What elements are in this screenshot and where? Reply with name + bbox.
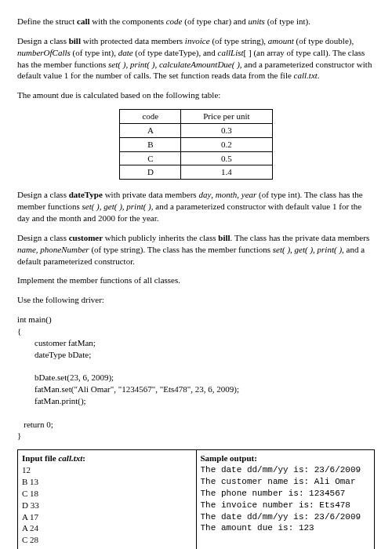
text: . bbox=[318, 71, 320, 80]
kw-customer: customer bbox=[69, 233, 103, 242]
kw-print: print( ) bbox=[130, 60, 154, 69]
table-row: A 0.3 bbox=[120, 123, 272, 137]
cell-output: Sample output: The date dd/mm/yy is: 23/… bbox=[196, 450, 375, 549]
para-table-intro: The amount due is calculated based on th… bbox=[17, 89, 375, 101]
table-row: code Price per unit bbox=[120, 110, 272, 124]
text: Define the struct bbox=[17, 16, 77, 26]
input-body: 12 B 13 C 18 D 33 A 17 A 24 C 28 B 6 D 1… bbox=[22, 464, 192, 549]
kw-get: get( ) bbox=[295, 245, 314, 254]
para-struct: Define the struct call with the componen… bbox=[17, 16, 375, 27]
kw-phonenumber: phoneNumber bbox=[40, 245, 89, 254]
cell-price: 0.5 bbox=[181, 151, 272, 165]
text: (of type char) and bbox=[182, 16, 248, 26]
kw-get: get( ) bbox=[103, 202, 122, 211]
cell-code: D bbox=[120, 165, 181, 180]
text: with the components bbox=[90, 16, 166, 26]
output-head: Sample output: bbox=[201, 453, 371, 464]
kw-call: call bbox=[77, 16, 90, 26]
text: (of type double), bbox=[294, 36, 354, 45]
table-row: D 1.4 bbox=[120, 165, 272, 180]
kw-datetype: dateType bbox=[69, 190, 103, 199]
table-row: C 0.5 bbox=[120, 151, 272, 165]
price-table: code Price per unit A 0.3 B 0.2 C 0.5 D … bbox=[119, 109, 272, 180]
kw-calltxt: call.txt bbox=[58, 453, 82, 463]
kw-print: print( ) bbox=[126, 202, 151, 211]
text: (of type int). bbox=[265, 16, 310, 26]
kw-units: units bbox=[248, 16, 264, 26]
kw-month: month bbox=[216, 190, 238, 199]
text: (of type int), bbox=[71, 48, 118, 57]
kw-bill: bill bbox=[218, 233, 230, 242]
kw-calcamount: calculateAmountDue( ) bbox=[159, 60, 240, 69]
kw-print: print( ) bbox=[318, 245, 342, 254]
kw-name: name bbox=[17, 245, 36, 254]
kw-invoice: invoice bbox=[185, 36, 210, 45]
output-body: The date dd/mm/yy is: 23/6/2009 The cust… bbox=[201, 464, 371, 534]
table-row: B 0.2 bbox=[120, 137, 272, 151]
cell-code: C bbox=[120, 151, 181, 165]
kw-bill: bill bbox=[69, 36, 81, 45]
kw-calllist: callList bbox=[218, 48, 244, 57]
para-driver: Use the following driver: bbox=[17, 294, 375, 306]
th-code: code bbox=[120, 110, 181, 124]
cell-price: 1.4 bbox=[181, 165, 272, 180]
para-implement: Implement the member functions of all cl… bbox=[17, 274, 375, 286]
text: Design a class bbox=[17, 36, 69, 45]
para-customer: Design a class customer which publicly i… bbox=[17, 232, 375, 267]
text: (of type string), bbox=[210, 36, 268, 45]
table-row: Input file call.txt: 12 B 13 C 18 D 33 A… bbox=[18, 450, 375, 549]
io-table: Input file call.txt: 12 B 13 C 18 D 33 A… bbox=[17, 449, 375, 549]
kw-amount: amount bbox=[268, 36, 294, 45]
cell-price: 0.3 bbox=[181, 123, 272, 137]
kw-set: set( ) bbox=[108, 60, 125, 69]
kw-code: code bbox=[166, 16, 183, 26]
text: (of type dateType), and bbox=[133, 48, 218, 57]
text: (of type string). The class has the memb… bbox=[89, 245, 273, 254]
para-datetype: Design a class dateType with private dat… bbox=[17, 189, 375, 224]
th-price: Price per unit bbox=[181, 110, 272, 124]
text: with private data members bbox=[103, 190, 199, 199]
text: . The class has the private data members bbox=[230, 233, 370, 242]
kw-date: date bbox=[118, 48, 133, 57]
text: Design a class bbox=[17, 190, 69, 199]
cell-input: Input file call.txt: 12 B 13 C 18 D 33 A… bbox=[18, 450, 197, 549]
driver-code: int main() { customer fatMan; dateType b… bbox=[17, 314, 375, 442]
text: Input file bbox=[22, 453, 58, 463]
cell-price: 0.2 bbox=[181, 137, 272, 151]
text: which publicly inherits the class bbox=[103, 233, 218, 242]
kw-year: year bbox=[241, 190, 257, 199]
kw-set: set( ) bbox=[273, 245, 290, 254]
input-head: Input file call.txt: bbox=[22, 453, 192, 464]
cell-code: B bbox=[120, 137, 181, 151]
kw-set: set( ) bbox=[82, 202, 99, 211]
cell-code: A bbox=[120, 123, 181, 137]
para-bill: Design a class bill with protected data … bbox=[17, 35, 375, 82]
kw-calltxt: call.txt bbox=[294, 71, 318, 80]
text: : bbox=[82, 453, 85, 463]
text: with protected data members bbox=[81, 36, 185, 45]
kw-day: day bbox=[198, 190, 211, 199]
kw-numberofcalls: numberOfCalls bbox=[17, 48, 71, 57]
text: Design a class bbox=[17, 233, 69, 242]
